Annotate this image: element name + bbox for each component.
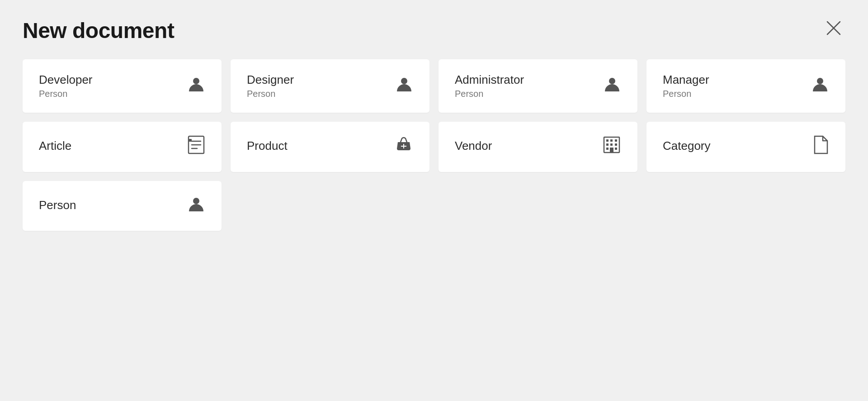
- card-vendor-text: Vendor: [455, 139, 492, 155]
- card-article-text: Article: [39, 139, 71, 155]
- card-product-title: Product: [247, 139, 288, 153]
- svg-rect-20: [606, 148, 609, 150]
- card-designer-title: Designer: [247, 73, 294, 87]
- person-icon: [603, 75, 621, 97]
- svg-rect-10: [188, 139, 192, 142]
- person-icon: [187, 195, 205, 217]
- person-icon: [811, 75, 829, 97]
- card-person[interactable]: Person: [23, 181, 222, 231]
- svg-rect-17: [606, 143, 609, 146]
- card-person-title: Person: [39, 198, 76, 212]
- dialog-header: New document: [23, 18, 845, 43]
- card-product[interactable]: Product: [231, 122, 429, 172]
- card-manager-subtitle: Person: [663, 89, 709, 99]
- card-vendor-title: Vendor: [455, 139, 492, 153]
- card-person-text: Person: [39, 198, 76, 214]
- card-developer[interactable]: Developer Person: [23, 59, 222, 113]
- svg-rect-22: [610, 148, 613, 153]
- close-button[interactable]: [822, 18, 845, 38]
- card-product-text: Product: [247, 139, 288, 155]
- person-icon: [395, 75, 413, 97]
- svg-point-2: [193, 78, 199, 84]
- card-developer-title: Developer: [39, 73, 93, 87]
- card-administrator-text: Administrator Person: [455, 73, 524, 99]
- card-designer-subtitle: Person: [247, 89, 294, 99]
- svg-rect-19: [615, 143, 617, 146]
- svg-point-3: [401, 78, 407, 84]
- dialog-title: New document: [23, 18, 174, 43]
- article-icon: [187, 135, 205, 158]
- card-article[interactable]: Article: [23, 122, 222, 172]
- svg-rect-14: [606, 139, 609, 142]
- person-icon: [187, 75, 205, 97]
- card-administrator-title: Administrator: [455, 73, 524, 87]
- document-icon: [813, 135, 829, 158]
- svg-point-23: [193, 198, 199, 204]
- building-icon: [602, 135, 621, 158]
- svg-point-4: [609, 78, 615, 84]
- basket-icon: [394, 136, 413, 158]
- card-vendor[interactable]: Vendor: [439, 122, 637, 172]
- document-type-grid: Developer Person Designer Person Adminis…: [23, 59, 845, 231]
- card-manager-title: Manager: [663, 73, 709, 87]
- svg-point-5: [817, 78, 823, 84]
- card-designer-text: Designer Person: [247, 73, 294, 99]
- card-developer-text: Developer Person: [39, 73, 93, 99]
- card-designer[interactable]: Designer Person: [231, 59, 429, 113]
- card-administrator-subtitle: Person: [455, 89, 524, 99]
- card-category[interactable]: Category: [646, 122, 845, 172]
- svg-rect-16: [615, 139, 617, 142]
- card-administrator[interactable]: Administrator Person: [439, 59, 637, 113]
- card-developer-subtitle: Person: [39, 89, 93, 99]
- card-manager[interactable]: Manager Person: [646, 59, 845, 113]
- svg-rect-18: [610, 143, 613, 146]
- svg-rect-21: [615, 148, 617, 150]
- card-category-text: Category: [663, 139, 711, 155]
- card-category-title: Category: [663, 139, 711, 153]
- close-icon: [826, 20, 842, 36]
- svg-rect-15: [610, 139, 613, 142]
- card-manager-text: Manager Person: [663, 73, 709, 99]
- card-article-title: Article: [39, 139, 71, 153]
